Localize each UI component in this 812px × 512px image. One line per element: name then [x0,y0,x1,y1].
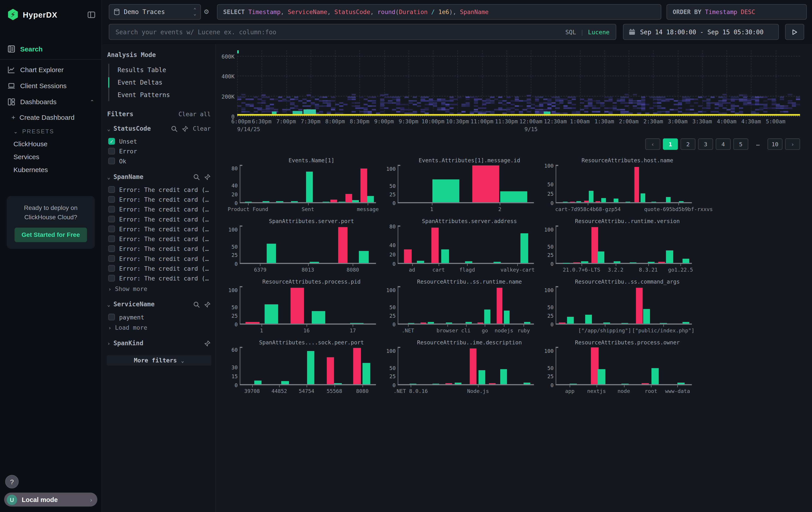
search-icon[interactable] [171,125,178,132]
sidebar-item-kubernetes[interactable]: Kubernetes [0,163,102,176]
help-button[interactable]: ? [5,475,19,488]
heatmap-cell [637,107,641,109]
search-icon[interactable] [193,301,200,308]
clear-all-button[interactable]: Clear all [178,110,211,118]
heatmap-cell [715,111,719,112]
filter-option-statuscode[interactable]: Error [107,146,211,156]
x-tick-mark [279,385,280,387]
heatmap-cell [576,112,580,114]
sql-mode-button[interactable]: SQL [566,28,576,36]
heatmap-cell [596,102,600,104]
checkbox[interactable]: ✓ [108,138,115,145]
lucene-mode-button[interactable]: Lucene [588,28,610,36]
load-more-button[interactable]: › Load more [107,322,211,332]
heatmap-cell [502,112,506,114]
filter-option-spanname[interactable]: Error: The credit card (… [107,263,211,273]
pagination-prev-button[interactable]: ‹ [645,138,660,150]
bar [441,249,449,263]
filter-option-spanname[interactable]: Error: The credit card (… [107,244,211,253]
sidebar-item-services[interactable]: Services [0,150,102,163]
checkbox[interactable] [108,216,115,222]
chart-body: 0153060 [225,347,383,385]
pagination-next-button[interactable]: › [785,138,800,150]
date-range-picker[interactable]: Sep 14 18:00:00 - Sep 15 05:30:00 [623,24,779,40]
pagination-page-4[interactable]: 4 [716,138,731,150]
pagination-page-5[interactable]: 5 [733,138,748,150]
heatmap-cell [662,100,666,102]
get-started-button[interactable]: Get Started for Free [14,227,87,242]
heatmap-cell [735,97,739,98]
filter-option-servicename[interactable]: payment [107,312,211,322]
sidebar-item-chart-explorer[interactable]: Chart Explorer [0,62,102,78]
checkbox[interactable] [108,196,115,203]
filter-option-spanname[interactable]: Error: The credit card (… [107,185,211,194]
x-tick-label: nodejs [494,328,513,333]
create-dashboard-button[interactable]: + Create Dashboard [0,110,102,125]
x-tick-mark [478,385,478,387]
heatmap-cell [592,100,596,102]
y-tick-label: 40 [231,183,238,189]
filter-group-servicename[interactable]: ⌄ ServiceName [107,301,211,308]
filter-group-spankind[interactable]: › SpanKind [107,340,211,347]
checkbox[interactable] [108,265,115,272]
pin-icon[interactable] [204,173,211,180]
run-query-button[interactable] [785,24,804,40]
pin-icon[interactable] [204,301,211,308]
pin-icon[interactable] [182,125,188,132]
event-search-input[interactable]: Search your events w/ Lucene ex. column:… [109,24,616,40]
sidebar-item-search[interactable]: Search [0,41,102,57]
filter-option-spanname[interactable]: Error: The credit card (… [107,224,211,234]
checkbox[interactable] [108,158,115,164]
filter-option-spanname[interactable]: Error: The credit card (… [107,234,211,244]
checkbox[interactable] [108,235,115,242]
sidebar-item-dashboards[interactable]: Dashboards ⌃ [0,94,102,110]
more-filters-button[interactable]: More filters ⌄ [107,355,211,366]
chart-x-axis: Product FoundSentmessage [240,203,376,217]
timechart-plot[interactable] [237,50,800,117]
checkbox[interactable] [108,206,115,213]
sidebar-item-clickhouse[interactable]: ClickHouse [0,137,102,150]
clear-group-button[interactable]: Clear [193,125,211,132]
checkbox[interactable] [108,314,115,320]
gear-icon[interactable]: ⚙ [204,7,209,16]
filter-option-spanname[interactable]: Error: The credit card (… [107,273,211,283]
checkbox[interactable] [108,225,115,232]
pagination-page-10[interactable]: 10 [767,138,783,150]
checkbox[interactable] [108,148,115,155]
filter-option-spanname[interactable]: Error: The credit card (… [107,204,211,214]
search-icon[interactable] [193,173,200,180]
filter-option-statuscode[interactable]: ✓Unset [107,136,211,146]
local-mode-button[interactable]: U Local mode › [4,493,97,507]
filter-option-spanname[interactable]: Error: The credit card (… [107,253,211,263]
pagination-page-2[interactable]: 2 [680,138,695,150]
pin-icon[interactable] [204,340,211,347]
analysis-mode-event-deltas[interactable]: Event Deltas [109,76,210,89]
checkbox[interactable] [108,186,115,193]
orderby-clause-input[interactable]: ORDER BY Timestamp DESC [667,4,807,20]
analysis-mode-results-table[interactable]: Results Table [109,64,210,76]
filter-option-statuscode[interactable]: Ok [107,156,211,166]
bar [591,227,598,263]
create-dashboard-label: Create Dashboard [20,113,75,121]
filter-group-spanname[interactable]: ⌄ SpanName [107,173,211,181]
checkbox[interactable] [108,275,115,281]
analysis-mode-event-patterns[interactable]: Event Patterns [109,89,210,101]
pagination-page-3[interactable]: 3 [698,138,713,150]
x-tick-label: root [645,388,657,394]
checkbox[interactable] [108,255,115,262]
sidebar-collapse-icon[interactable] [88,11,95,19]
select-clause-input[interactable]: SELECT Timestamp, ServiceName, StatusCod… [217,4,661,20]
show-more-button[interactable]: › Show more [107,283,211,294]
pagination-page-1[interactable]: 1 [663,138,678,150]
source-select[interactable]: Demo Traces ⌃⌄ [109,4,201,20]
heatmap-cell [535,99,539,100]
checkbox[interactable] [108,245,115,252]
heatmap-cell [351,106,355,107]
filter-option-spanname[interactable]: Error: The credit card (… [107,194,211,204]
presets-toggle[interactable]: ⌄ PRESETS [0,125,102,137]
brand-name: HyperDX [23,10,57,19]
sidebar-item-client-sessions[interactable]: Client Sessions [0,78,102,94]
filter-group-statuscode[interactable]: ⌄ StatusCode Clear [107,125,211,132]
chevron-up-icon[interactable]: ⌃ [90,99,94,105]
filter-option-spanname[interactable]: Error: The credit card (… [107,214,211,224]
